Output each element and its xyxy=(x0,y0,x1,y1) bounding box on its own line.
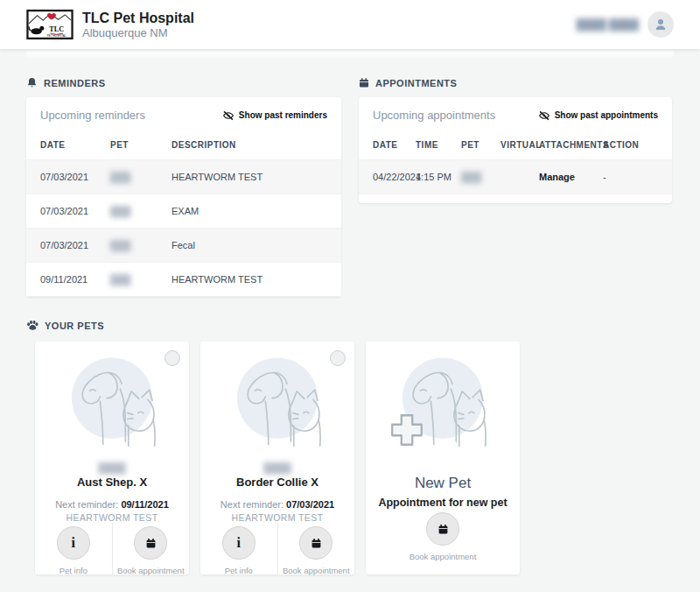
reminders-section-header: REMINDERS xyxy=(26,77,341,88)
user-avatar[interactable] xyxy=(648,11,674,38)
your-pets-section: YOUR PETS xyxy=(26,320,674,574)
reminder-pet: ███ xyxy=(110,240,130,250)
col-date: DATE xyxy=(359,130,416,160)
person-icon xyxy=(653,17,668,32)
next-reminder-prefix: Next reminder: xyxy=(220,499,284,510)
pet-next-reminder: Next reminder: 09/11/2021 xyxy=(55,499,169,510)
pet-breed: Border Collie X xyxy=(236,476,318,489)
pet-name: ████ xyxy=(263,462,290,473)
appointments-section-header: APPOINTMENTS xyxy=(359,77,672,88)
appointment-virtual xyxy=(500,160,539,194)
show-past-appointments-label: Show past appointments xyxy=(555,110,658,120)
pet-info-label: Pet info xyxy=(60,566,88,575)
col-time: TIME xyxy=(416,130,461,160)
manage-attachments-link[interactable]: Manage xyxy=(539,160,603,194)
page-subtitle: Albuquerque NM xyxy=(82,26,194,40)
pet-card: ████ Aust Shep. X Next reminder: 09/11/2… xyxy=(35,342,189,574)
pet-image xyxy=(54,350,170,462)
next-reminder-date: 07/03/2021 xyxy=(286,499,334,510)
calendar-icon xyxy=(359,77,369,88)
appointments-section: APPOINTMENTS Upcoming appointments Show … xyxy=(359,77,672,203)
pet-reminder-type: HEARTWORM TEST xyxy=(66,512,158,523)
pet-info-label: Pet info xyxy=(225,566,253,575)
appointment-row: 04/22/2021 4:15 PM ███ Manage - xyxy=(359,160,672,194)
appointments-table: DATE TIME PET VIRTUAL ATTACHMENTS ACTION… xyxy=(359,130,672,194)
reminder-description: EXAM xyxy=(172,194,341,229)
appointment-action: - xyxy=(603,160,672,194)
col-attachments: ATTACHMENTS xyxy=(539,130,603,160)
reminder-date: 07/03/2021 xyxy=(26,160,110,194)
appointment-date: 04/22/2021 xyxy=(359,160,416,194)
next-reminder-prefix: Next reminder: xyxy=(55,499,118,510)
new-pet-card: New Pet Appointment for new pet Book xyxy=(366,342,520,574)
reminders-section: REMINDERS Upcoming reminders Show past r… xyxy=(26,77,341,297)
book-appointment-area: Book appointment xyxy=(366,509,520,574)
pet-info-button[interactable]: i xyxy=(222,526,256,560)
reminder-row: 09/11/2021 ███ HEARTWORM TEST xyxy=(26,263,341,297)
calendar-icon xyxy=(438,524,449,535)
app-header: TLC PET HOSPITAL TLC Pet Hospital Albuqu… xyxy=(0,0,700,49)
reminders-card-title: Upcoming reminders xyxy=(40,109,145,122)
reminder-date: 07/03/2021 xyxy=(26,229,110,263)
col-virtual: VIRTUAL xyxy=(500,130,539,160)
page-title: TLC Pet Hospital xyxy=(82,10,194,26)
header-strip xyxy=(26,51,674,58)
book-appointment-button[interactable] xyxy=(134,526,167,560)
pet-reminder-type: HEARTWORM TEST xyxy=(232,512,324,523)
reminder-row: 07/03/2021 ███ EXAM xyxy=(26,194,341,229)
show-past-appointments-button[interactable]: Show past appointments xyxy=(538,110,658,121)
svg-text:PET HOSPITAL: PET HOSPITAL xyxy=(47,34,66,38)
reminder-pet: ███ xyxy=(110,274,130,285)
bell-icon xyxy=(26,77,38,88)
pet-info-button[interactable]: i xyxy=(57,526,90,560)
pet-card: ████ Border Collie X Next reminder: 07/0… xyxy=(200,342,354,574)
book-appointment-button[interactable] xyxy=(426,512,459,546)
appointment-time: 4:15 PM xyxy=(416,160,461,194)
reminders-section-title: REMINDERS xyxy=(44,78,106,88)
book-appointment-label: Book appointment xyxy=(117,566,185,575)
col-pet: PET xyxy=(110,130,172,160)
reminder-row: 07/03/2021 ███ HEARTWORM TEST xyxy=(26,160,341,194)
your-pets-section-header: YOUR PETS xyxy=(26,320,674,331)
appointments-card: Upcoming appointments Show past appointm… xyxy=(359,97,672,203)
dashboard: REMINDERS Upcoming reminders Show past r… xyxy=(0,77,700,583)
clinic-logo: TLC PET HOSPITAL xyxy=(26,9,74,40)
col-description: DESCRIPTION xyxy=(172,130,341,160)
book-appointment-label: Book appointment xyxy=(283,566,350,575)
reminder-description: HEARTWORM TEST xyxy=(172,160,341,194)
reminder-description: HEARTWORM TEST xyxy=(172,263,341,297)
book-appointment-area: Book appointment xyxy=(112,523,190,575)
col-action: ACTION xyxy=(603,130,672,160)
show-past-reminders-label: Show past reminders xyxy=(239,110,327,120)
new-pet-title: New Pet xyxy=(415,475,471,492)
calendar-icon xyxy=(145,538,157,549)
book-appointment-button[interactable] xyxy=(299,526,332,560)
col-pet: PET xyxy=(461,130,500,160)
pet-next-reminder: Next reminder: 07/03/2021 xyxy=(220,499,334,510)
your-pets-section-title: YOUR PETS xyxy=(45,321,104,331)
appointment-pet: ███ xyxy=(461,172,481,182)
appointments-card-title: Upcoming appointments xyxy=(373,109,495,122)
pet-name: ████ xyxy=(98,462,125,473)
reminder-date: 09/11/2021 xyxy=(26,263,110,297)
book-appointment-label: Book appointment xyxy=(410,552,477,561)
reminder-description: Fecal xyxy=(172,229,341,263)
dog-cat-illustration xyxy=(220,350,335,462)
eye-slash-icon xyxy=(538,110,550,121)
info-icon: i xyxy=(237,535,241,551)
calendar-icon xyxy=(311,538,322,549)
svg-text:TLC: TLC xyxy=(49,25,64,33)
info-icon: i xyxy=(72,535,75,551)
pet-info-area: i Pet info xyxy=(200,523,277,575)
pet-info-area: i Pet info xyxy=(35,523,112,575)
reminders-card: Upcoming reminders Show past reminders xyxy=(26,97,341,297)
show-past-reminders-button[interactable]: Show past reminders xyxy=(222,110,327,121)
new-pet-subtitle: Appointment for new pet xyxy=(378,497,507,509)
plus-icon xyxy=(387,410,427,454)
eye-slash-icon xyxy=(222,110,234,121)
reminder-pet: ███ xyxy=(110,172,130,182)
reminder-pet: ███ xyxy=(110,206,130,216)
next-reminder-date: 09/11/2021 xyxy=(121,499,168,510)
dog-cat-illustration xyxy=(54,350,170,462)
col-date: DATE xyxy=(26,130,110,160)
